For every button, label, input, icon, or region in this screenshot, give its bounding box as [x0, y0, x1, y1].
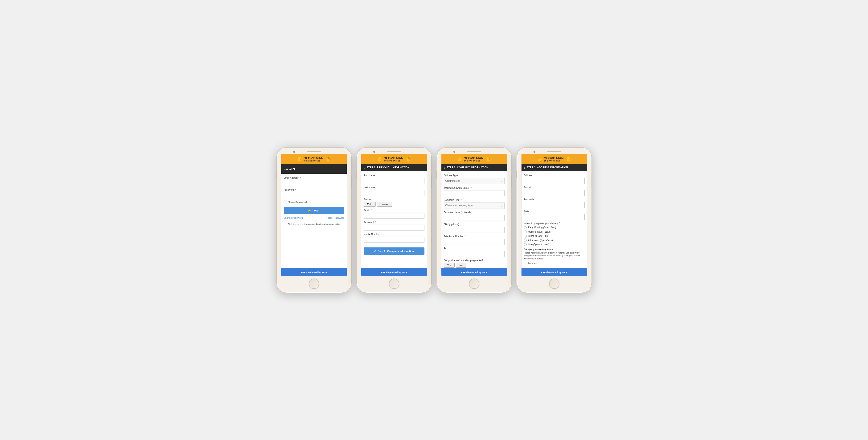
- login-title-block: LOGIN: [281, 164, 347, 174]
- trading-as-label: Trading As (Shop Name): *: [444, 187, 504, 189]
- address-label: Address: *: [524, 174, 585, 177]
- show-password-checkbox[interactable]: [284, 201, 287, 204]
- monday-checkbox[interactable]: [524, 262, 527, 265]
- step2-content: Address Type: Commmercial ⌄ Trading As (…: [441, 171, 507, 268]
- logo-subtitle: ONE PACKAGING: [464, 160, 485, 162]
- step-title: STEP 2: COMPANY INFORMATION: [446, 166, 488, 169]
- logo-title: GLOVE MAN.: [464, 157, 485, 160]
- trading-as-input[interactable]: [444, 190, 504, 196]
- password-input[interactable]: [364, 225, 425, 231]
- logo-title: GLOVE MAN.: [303, 157, 324, 160]
- address-type-wrapper: Commmercial ⌄: [444, 178, 504, 184]
- shopping-center-yn-row: Yes No: [444, 263, 504, 268]
- abn-label: ABN:(optional):: [444, 223, 504, 226]
- forgot-password-link[interactable]: Forgot Password: [327, 216, 344, 219]
- phone-bottom: [357, 276, 431, 293]
- front-camera: [533, 151, 535, 153]
- address-input[interactable]: [524, 178, 585, 184]
- telephone-label: Telephone Number: *: [444, 235, 504, 238]
- back-button[interactable]: ‹: [444, 166, 445, 169]
- logo-left-hand-icon: 🖐: [297, 156, 303, 162]
- first-name-label: First Name: *: [364, 174, 425, 177]
- mobile-label: Mobile Number:: [364, 233, 425, 236]
- next-step-button[interactable]: ✔ Step 2: Company Information: [364, 247, 425, 255]
- suburb-input[interactable]: [524, 190, 585, 196]
- gender-female-button[interactable]: Female: [377, 202, 392, 207]
- phone-step2: 🖐 GLOVE MAN. ONE PACKAGING 🖐 ‹ STEP 2: C…: [436, 147, 512, 293]
- power-button: [512, 176, 512, 188]
- radio-early-morning-label: Early Morning (5am - 7am): [528, 226, 556, 229]
- password-input[interactable]: [284, 192, 344, 198]
- home-button[interactable]: [469, 278, 479, 289]
- delivery-option-morning: Morning (7am - 11am): [524, 231, 585, 233]
- radio-afternoon[interactable]: [524, 239, 527, 242]
- logo-left-hand-icon: 🖐: [377, 156, 382, 162]
- phone-login: 🖐 GLOVE MAN. ONE PACKAGING 🖐 LOGIN Email…: [276, 147, 352, 293]
- monday-checkbox-row: Monday: [524, 262, 585, 265]
- footer-text: APP developed by WEP: [381, 271, 407, 274]
- company-type-select[interactable]: Chose your company type: [444, 202, 504, 209]
- phone-top-bar: [437, 147, 512, 154]
- step-header: ‹ STEP 2: COMPANY INFORMATION: [441, 164, 507, 171]
- radio-late[interactable]: [524, 243, 527, 246]
- back-button[interactable]: ‹: [524, 166, 525, 169]
- radio-morning[interactable]: [524, 231, 527, 233]
- postcode-label: Post code: *: [524, 198, 585, 201]
- no-button[interactable]: No: [456, 263, 466, 268]
- create-account-button[interactable]: Click here to create an account and star…: [284, 221, 344, 227]
- radio-afternoon-label: After Noon (2pm - 5pm): [528, 239, 553, 241]
- operating-times-desc: Please help us ensure your delivery reac…: [524, 251, 585, 260]
- home-button[interactable]: [549, 278, 559, 289]
- logo-text: GLOVE MAN. ONE PACKAGING: [303, 157, 324, 162]
- business-name-label: Business Name:(optional):: [444, 211, 504, 214]
- state-input[interactable]: [524, 214, 585, 220]
- telephone-input[interactable]: [444, 239, 504, 245]
- app-header: 🖐 GLOVE MAN. ONE PACKAGING 🖐: [361, 154, 427, 164]
- address-type-select[interactable]: Commmercial: [444, 178, 504, 184]
- email-input[interactable]: [284, 180, 344, 186]
- phone-top-bar: [517, 147, 591, 154]
- radio-lunch[interactable]: [524, 235, 527, 238]
- home-button[interactable]: [389, 278, 399, 289]
- back-button[interactable]: ‹: [364, 166, 365, 169]
- home-button[interactable]: [309, 278, 319, 289]
- logo-area: 🖐 GLOVE MAN. ONE PACKAGING 🖐: [377, 156, 411, 162]
- suburb-label: Suburb: *: [524, 186, 585, 189]
- fax-input[interactable]: [444, 251, 504, 257]
- business-name-input[interactable]: [444, 215, 504, 221]
- earpiece-speaker: [547, 151, 561, 152]
- logo-subtitle: ONE PACKAGING: [383, 160, 404, 162]
- volume-button: [436, 171, 437, 178]
- earpiece-speaker: [307, 151, 321, 152]
- mobile-input[interactable]: [364, 237, 425, 243]
- postcode-input[interactable]: [524, 202, 585, 208]
- delivery-option-late: Late (5pm and later): [524, 243, 585, 246]
- login-button[interactable]: 🔒 Login: [284, 207, 344, 214]
- delivery-pref-label: When do you prefer your delivery ?: [524, 222, 585, 225]
- gender-male-button[interactable]: Male: [364, 202, 376, 207]
- phone-step3: 🖐 GLOVE MAN. ONE PACKAGING 🖐 ‹ STEP 3: A…: [517, 147, 592, 293]
- password-label: Password: *: [364, 221, 425, 224]
- first-name-input[interactable]: [364, 178, 425, 184]
- delivery-option-lunch: Lunch (11am - 2pm): [524, 235, 585, 238]
- logo-text: GLOVE MAN. ONE PACKAGING: [544, 157, 565, 162]
- delivery-option-afternoon: After Noon (2pm - 5pm): [524, 239, 585, 242]
- yes-button[interactable]: Yes: [444, 263, 455, 268]
- radio-early-morning[interactable]: [524, 226, 527, 229]
- email-input[interactable]: [364, 212, 425, 219]
- step-title: STEP 3: ADDRESS INFORMATION: [527, 166, 568, 169]
- change-password-link[interactable]: Change Password: [284, 216, 303, 219]
- abn-input[interactable]: [444, 227, 504, 233]
- radio-lunch-label: Lunch (11am - 2pm): [528, 235, 549, 237]
- logo-area: 🖐 GLOVE MAN. ONE PACKAGING 🖐: [457, 156, 491, 162]
- next-step-label: Step 2: Company Information: [378, 250, 414, 252]
- power-button: [351, 176, 352, 188]
- footer-text: APP developed by WEP: [461, 271, 487, 274]
- volume-button: [276, 171, 277, 178]
- earpiece-speaker: [467, 151, 481, 152]
- checkmark-icon: ✔: [374, 249, 376, 253]
- last-name-input[interactable]: [364, 190, 425, 196]
- phone-bottom: [277, 276, 351, 293]
- logo-left-hand-icon: 🖐: [457, 156, 463, 162]
- step-header: ‹ STEP 3: ADDRESS INFORMATION: [522, 164, 587, 171]
